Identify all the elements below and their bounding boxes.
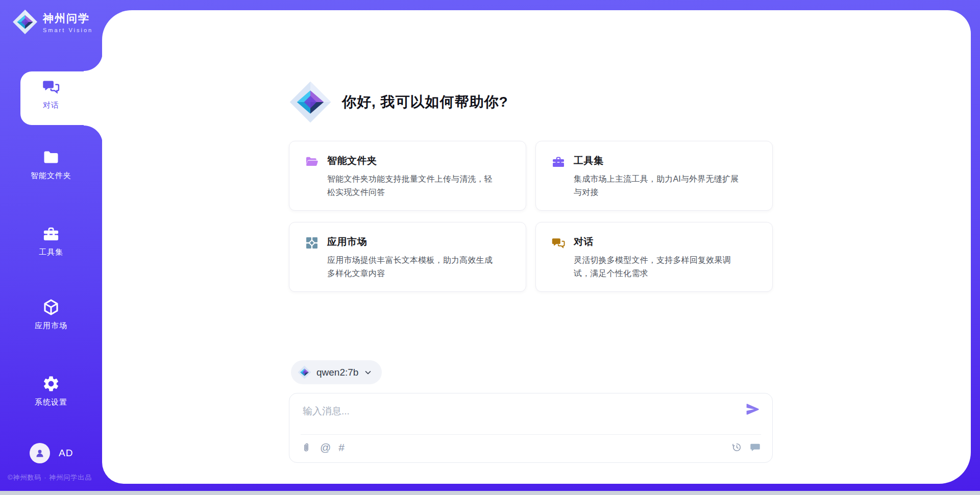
sidebar-item-label: 系统设置	[35, 398, 67, 407]
sidebar-item-label: 对话	[43, 101, 59, 110]
hash-icon[interactable]: #	[338, 441, 345, 454]
user-profile[interactable]: AD	[30, 443, 73, 463]
greeting-title: 你好, 我可以如何帮助你?	[342, 92, 508, 112]
sidebar-item-chat[interactable]: 对话	[0, 78, 102, 110]
grid-icon	[305, 235, 319, 280]
sidebar-item-label: 工具集	[39, 247, 63, 257]
model-name: qwen2:7b	[316, 367, 358, 378]
composer-divider	[301, 434, 761, 435]
sidebar-item-label: 应用市场	[35, 321, 67, 331]
sidebar-item-label: 智能文件夹	[31, 171, 71, 181]
sidebar: 神州问学 Smart Vision 对话 智能文件夹	[0, 0, 102, 495]
card-title: 应用市场	[327, 235, 496, 249]
brand-diamond-icon	[12, 9, 38, 35]
card-chat[interactable]: 对话 灵活切换多模型文件，支持多样回复效果调试，满足个性化需求	[535, 222, 773, 292]
chevron-down-icon	[363, 368, 373, 377]
at-sign-icon[interactable]: @	[320, 441, 331, 454]
chat-icon	[42, 78, 60, 96]
model-selector[interactable]: qwen2:7b	[291, 360, 382, 384]
copyright-text: ©神州数码 · 神州问学出品	[8, 473, 92, 482]
folder-icon	[42, 148, 60, 166]
person-icon	[34, 447, 46, 459]
composer-toolbar: @ #	[301, 441, 345, 454]
user-initials: AD	[59, 448, 73, 459]
folder-open-icon	[305, 154, 319, 199]
card-title: 工具集	[574, 154, 742, 167]
sidebar-item-app-market[interactable]: 应用市场	[0, 298, 102, 331]
card-smart-folder[interactable]: 智能文件夹 智能文件夹功能支持批量文件上传与清洗，轻松实现文件问答	[289, 141, 526, 211]
sidebar-item-settings[interactable]: 系统设置	[0, 375, 102, 407]
card-title: 智能文件夹	[327, 154, 496, 167]
card-description: 集成市场上主流工具，助力AI与外界无缝扩展与对接	[574, 172, 742, 199]
brand-logo: 神州问学 Smart Vision	[12, 9, 93, 35]
message-input[interactable]	[302, 404, 722, 430]
brand-name: 神州问学	[43, 11, 93, 26]
card-description: 应用市场提供丰富长文本模板，助力高效生成多样化文章内容	[327, 254, 496, 280]
bottom-scrollbar-strip[interactable]	[0, 491, 980, 495]
app-window: 你好, 我可以如何帮助你? 智能文件夹 智能文件夹功能支持批量文件上传与清洗，轻…	[0, 0, 980, 495]
send-icon	[745, 402, 761, 417]
chat-bubbles-icon	[551, 235, 566, 280]
message-composer: @ #	[289, 393, 773, 463]
brand-diamond-logo	[289, 81, 332, 123]
welcome-header: 你好, 我可以如何帮助你?	[289, 81, 508, 123]
sidebar-item-toolset[interactable]: 工具集	[0, 225, 102, 257]
send-button[interactable]	[745, 402, 761, 418]
main-panel: 你好, 我可以如何帮助你? 智能文件夹 智能文件夹功能支持批量文件上传与清洗，轻…	[102, 10, 971, 484]
card-title: 对话	[574, 235, 742, 249]
chat-bubble-icon[interactable]	[749, 441, 761, 453]
feature-cards: 智能文件夹 智能文件夹功能支持批量文件上传与清洗，轻松实现文件问答 工具集	[289, 141, 773, 292]
history-icon[interactable]	[731, 441, 743, 453]
card-app-market[interactable]: 应用市场 应用市场提供丰富长文本模板，助力高效生成多样化文章内容	[289, 222, 526, 292]
card-description: 智能文件夹功能支持批量文件上传与清洗，轻松实现文件问答	[327, 172, 496, 199]
sidebar-item-smart-folder[interactable]: 智能文件夹	[0, 148, 102, 181]
composer-right-toolbar	[731, 441, 761, 453]
gear-icon	[42, 375, 60, 393]
brand-subtitle: Smart Vision	[43, 27, 93, 33]
avatar	[30, 443, 50, 463]
card-description: 灵活切换多模型文件，支持多样回复效果调试，满足个性化需求	[574, 254, 742, 280]
paperclip-icon[interactable]	[301, 442, 312, 454]
model-logo-icon	[298, 365, 311, 379]
toolbox-icon	[551, 154, 566, 199]
toolbox-icon	[42, 225, 60, 243]
cube-icon	[42, 298, 60, 316]
card-toolset[interactable]: 工具集 集成市场上主流工具，助力AI与外界无缝扩展与对接	[535, 141, 773, 211]
